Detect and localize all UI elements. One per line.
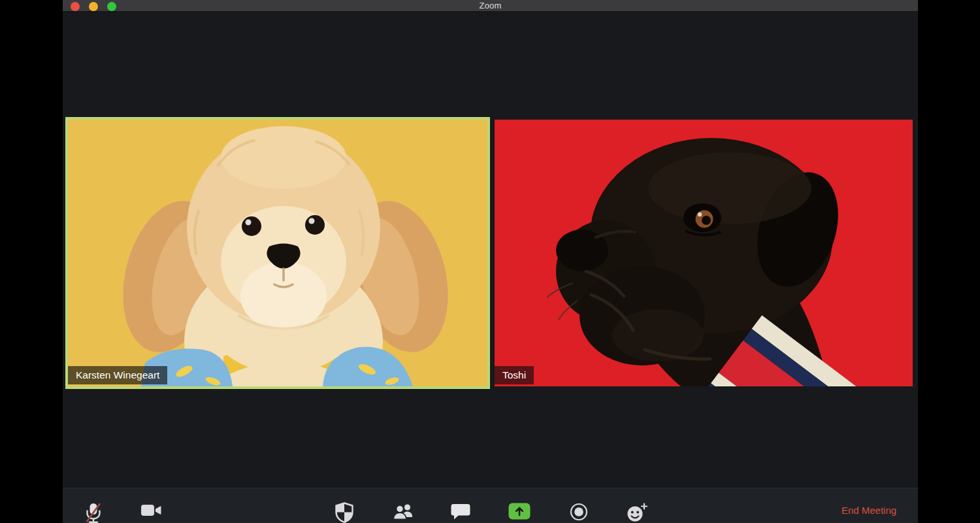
chat-bubble-icon [450,502,471,522]
record-button[interactable] [569,502,589,522]
puppy-video-image [68,120,487,386]
pug-video-image [495,120,913,386]
video-camera-icon [140,502,161,519]
zoom-app-window: Zoom [63,0,918,523]
meeting-toolbar: End Meeting [63,488,918,523]
participant-name-label: Toshi [495,366,534,384]
title-bar: Zoom [63,0,918,12]
reactions-smiley-icon [625,502,649,523]
reactions-button[interactable] [625,502,649,523]
end-meeting-button[interactable]: End Meeting [841,505,896,516]
share-screen-icon [508,502,531,520]
start-video-button[interactable] [140,502,161,519]
security-button[interactable] [335,502,354,523]
chat-button[interactable] [450,502,471,522]
video-tile-karsten[interactable]: Karsten Winegeart [65,117,490,389]
participant-name-label: Karsten Winegeart [68,366,167,384]
microphone-muted-icon [82,502,105,523]
video-tile-toshi[interactable]: Toshi [495,120,913,386]
window-title: Zoom [63,0,918,12]
record-icon [569,502,589,522]
security-shield-icon [335,502,354,523]
participants-icon [392,502,414,522]
mute-button[interactable] [82,502,105,523]
share-screen-button[interactable] [508,502,531,520]
participants-button[interactable] [392,502,414,522]
